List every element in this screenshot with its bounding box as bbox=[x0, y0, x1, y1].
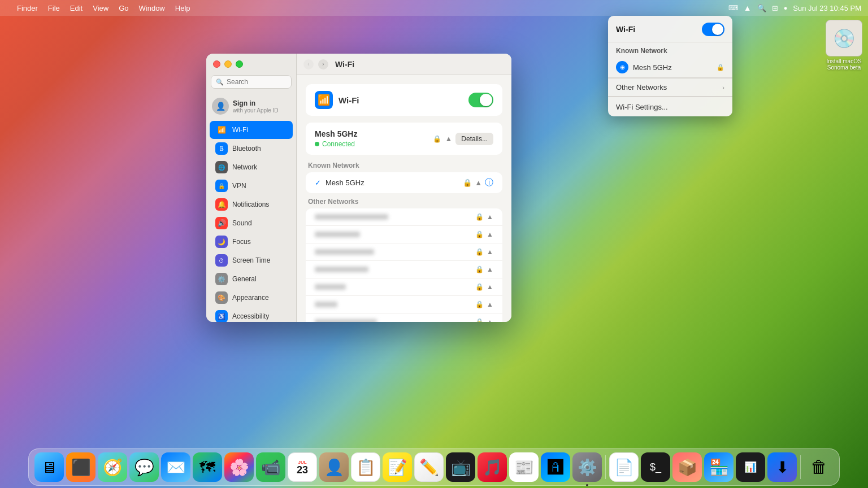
sidebar-item-screentime[interactable]: ⏱ Screen Time bbox=[210, 251, 293, 269]
dock-finder[interactable]: 🖥 bbox=[34, 452, 64, 482]
dock-cydia[interactable]: 📦 bbox=[672, 452, 702, 482]
other-network-row-3[interactable]: 🔒 ▲ bbox=[306, 243, 502, 261]
other-network-row-7[interactable]: 🔒 ▲ bbox=[306, 313, 502, 322]
dock-contacts[interactable]: 👤 bbox=[319, 452, 349, 482]
sidebar-item-accessibility[interactable]: ♿ Accessibility bbox=[210, 307, 293, 322]
other-wifi-icon-3: ▲ bbox=[487, 248, 493, 256]
check-icon: ✓ bbox=[315, 178, 321, 187]
menubar-wifi-status[interactable]: ▲ bbox=[744, 3, 752, 12]
dropdown-wifi-settings[interactable]: Wi-Fi Settings... bbox=[608, 97, 732, 116]
sidebar-item-bluetooth[interactable]: 𝔹 Bluetooth bbox=[210, 140, 293, 158]
dock-textedit[interactable]: 📄 bbox=[609, 452, 639, 482]
menubar-notification[interactable]: ● bbox=[784, 5, 788, 11]
dock-separator bbox=[605, 455, 606, 479]
close-button[interactable] bbox=[213, 60, 220, 68]
other-network-row-6[interactable]: 🔒 ▲ bbox=[306, 296, 502, 313]
sidebar-item-wifi[interactable]: 📶 Wi-Fi bbox=[210, 121, 293, 139]
general-icon: ⚙️ bbox=[215, 273, 228, 285]
connected-status: Connected bbox=[315, 140, 357, 148]
sidebar-item-network[interactable]: 🌐 Network bbox=[210, 158, 293, 176]
facetime-icon: 📹 bbox=[261, 458, 281, 477]
other-wifi-icon-7: ▲ bbox=[487, 318, 493, 322]
sidebar-label-appearance: Appearance bbox=[232, 294, 269, 302]
news-icon: 📰 bbox=[514, 458, 534, 477]
dock-news[interactable]: 📰 bbox=[509, 452, 539, 482]
dock-launchpad[interactable]: ⬛ bbox=[66, 452, 96, 482]
wifi-main-toggle[interactable] bbox=[468, 93, 493, 107]
dock-safari[interactable]: 🧭 bbox=[98, 452, 127, 482]
dock-system-settings[interactable]: ⚙️ bbox=[572, 452, 602, 482]
sidebar-label-sound: Sound bbox=[232, 219, 252, 227]
other-wifi-icon-2: ▲ bbox=[487, 230, 493, 238]
dock-notes[interactable]: 📝 bbox=[383, 452, 412, 482]
sidebar: 🔍 👤 Sign in with your Apple ID 📶 Wi-Fi 𝔹… bbox=[206, 54, 297, 322]
downloader-icon: ⬇ bbox=[776, 458, 789, 477]
dropdown-other-networks[interactable]: Other Networks › bbox=[608, 78, 732, 96]
dock-downloader[interactable]: ⬇ bbox=[767, 452, 797, 482]
sidebar-item-sound[interactable]: 🔊 Sound bbox=[210, 214, 293, 232]
back-button[interactable]: ‹ bbox=[303, 59, 314, 69]
sidebar-item-general[interactable]: ⚙️ General bbox=[210, 270, 293, 288]
known-network-row[interactable]: ✓ Mesh 5GHz 🔒 ▲ ⓘ bbox=[306, 172, 502, 193]
dock-activity-monitor[interactable]: 📊 bbox=[736, 452, 765, 482]
calendar-day: 23 bbox=[297, 465, 308, 475]
other-network-row-1[interactable]: 🔒 ▲ bbox=[306, 208, 502, 226]
menubar-controlcenter[interactable]: ⊞ bbox=[772, 4, 778, 12]
menubar-file[interactable]: File bbox=[48, 4, 60, 12]
dock-photos[interactable]: 🌸 bbox=[224, 452, 254, 482]
dropdown-other-label: Other Networks bbox=[616, 83, 667, 91]
sidebar-label-accessibility: Accessibility bbox=[232, 312, 269, 320]
dock-maps[interactable]: 🗺 bbox=[193, 452, 222, 482]
sidebar-item-appearance[interactable]: 🎨 Appearance bbox=[210, 289, 293, 307]
maximize-button[interactable] bbox=[236, 60, 243, 68]
menubar-search[interactable]: 🔍 bbox=[757, 4, 766, 12]
dock-freeform[interactable]: ✏️ bbox=[414, 452, 444, 482]
menubar-finder[interactable]: Finder bbox=[17, 4, 38, 12]
dock-music[interactable]: 🎵 bbox=[478, 452, 507, 482]
dropdown-known-network[interactable]: ⊕ Mesh 5GHz 🔒 bbox=[608, 57, 732, 77]
dock-messages[interactable]: 💬 bbox=[129, 452, 159, 482]
main-content: ‹ › Wi-Fi 📶 Wi-Fi bbox=[297, 54, 511, 322]
notes-icon: 📝 bbox=[388, 458, 407, 477]
dock-appletv[interactable]: 📺 bbox=[446, 452, 475, 482]
dock-mail[interactable]: ✉️ bbox=[161, 452, 190, 482]
menubar-go[interactable]: Go bbox=[119, 4, 128, 12]
other-network-row-4[interactable]: 🔒 ▲ bbox=[306, 261, 502, 278]
sidebar-item-vpn[interactable]: 🔒 VPN bbox=[210, 177, 293, 195]
dock-facetime[interactable]: 📹 bbox=[256, 452, 285, 482]
sidebar-user[interactable]: 👤 Sign in with your Apple ID bbox=[206, 94, 296, 118]
menubar-help[interactable]: Help bbox=[175, 4, 190, 12]
dock-appstore[interactable]: 🅰 bbox=[541, 452, 570, 482]
other-network-row-5[interactable]: 🔒 ▲ bbox=[306, 278, 502, 296]
connected-wifi-icon: ▲ bbox=[445, 134, 452, 143]
other-networks-title: Other Networks bbox=[308, 198, 502, 206]
other-network-row-2[interactable]: 🔒 ▲ bbox=[306, 226, 502, 243]
forward-button[interactable]: › bbox=[318, 59, 328, 69]
other-lock-icon-4: 🔒 bbox=[475, 265, 484, 273]
known-info-icon[interactable]: ⓘ bbox=[485, 177, 493, 188]
install-macos-icon[interactable]: 💿 Install macOSSonoma beta bbox=[826, 20, 862, 71]
dock-reminders[interactable]: 📋 bbox=[351, 452, 380, 482]
menubar-view[interactable]: View bbox=[93, 4, 108, 12]
dropdown-known-title: Known Network bbox=[608, 42, 732, 57]
wifi-main-label: Wi-Fi bbox=[338, 95, 359, 105]
menubar-window[interactable]: Window bbox=[139, 4, 165, 12]
sidebar-item-notifications[interactable]: 🔔 Notifications bbox=[210, 195, 293, 213]
maps-icon: 🗺 bbox=[199, 458, 215, 477]
desktop: Finder File Edit View Go Window Help ⌨ ▲… bbox=[0, 0, 868, 488]
content-area[interactable]: 📶 Wi-Fi Mesh 5GHz Connected bbox=[297, 75, 511, 322]
content-titlebar: ‹ › Wi-Fi bbox=[297, 54, 511, 75]
sidebar-item-focus[interactable]: 🌙 Focus bbox=[210, 233, 293, 251]
details-button[interactable]: Details... bbox=[455, 133, 493, 145]
search-input[interactable] bbox=[227, 78, 287, 86]
known-lock-icon: 🔒 bbox=[463, 178, 472, 187]
dock-calendar[interactable]: JUL 23 bbox=[288, 452, 317, 482]
search-box[interactable]: 🔍 bbox=[211, 75, 292, 89]
wifi-toggle[interactable] bbox=[702, 23, 724, 36]
minimize-button[interactable] bbox=[224, 60, 232, 68]
dock-appstore2[interactable]: 🏪 bbox=[704, 452, 734, 482]
dock-trash[interactable]: 🗑 bbox=[804, 452, 834, 482]
menubar-edit[interactable]: Edit bbox=[70, 4, 83, 12]
dock-terminal[interactable]: $_ bbox=[641, 452, 670, 482]
menubar-input-source[interactable]: ⌨ bbox=[728, 4, 738, 12]
